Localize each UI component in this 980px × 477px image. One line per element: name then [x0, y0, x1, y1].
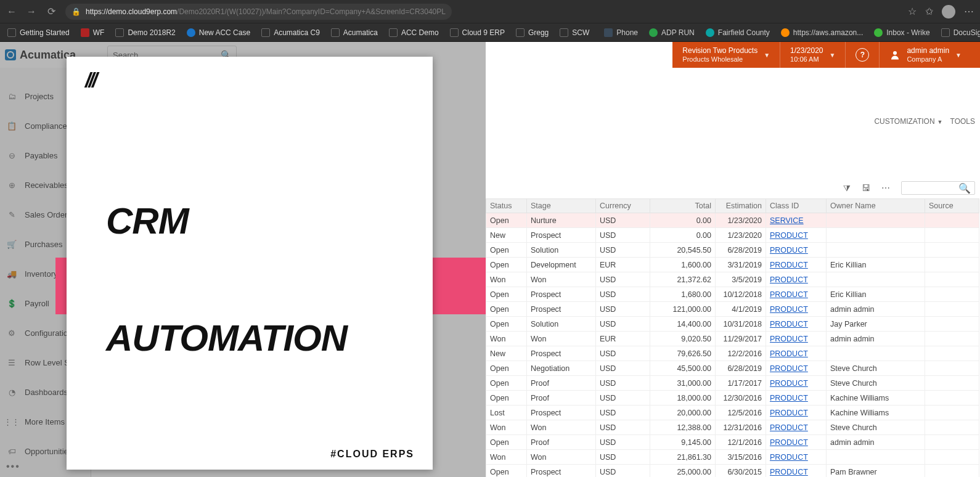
table-row[interactable]: OpenProofUSD18,000.0012/30/2016PRODUCTKa…: [486, 391, 979, 406]
user-menu[interactable]: admin adminCompany A ▼: [879, 42, 971, 68]
more-icon[interactable]: ⋯: [964, 6, 974, 17]
bookmark-item[interactable]: DocuSign: [937, 27, 980, 38]
class-id-link[interactable]: PRODUCT: [766, 450, 827, 465]
table-row[interactable]: OpenProspectUSD1,680.0010/12/2018PRODUCT…: [486, 287, 979, 302]
tenant-selector[interactable]: Revision Two ProductsProducts Wholesale …: [672, 42, 780, 68]
bookmark-item[interactable]: New ACC Case: [183, 27, 254, 38]
table-row[interactable]: OpenNegotiationUSD45,500.006/28/2019PROD…: [486, 361, 979, 376]
bookmark-item[interactable]: Cloud 9 ERP: [446, 27, 508, 38]
table-row[interactable]: OpenProofUSD31,000.001/17/2017PRODUCTSte…: [486, 376, 979, 391]
screen-toolbar: CUSTOMIZATION▼ TOOLS: [874, 112, 975, 131]
reload-button[interactable]: ⟳: [46, 6, 57, 17]
bookmark-item[interactable]: Acumatica: [327, 27, 382, 38]
app-shell: Acumatica 🔍 Revision Two ProductsProduct…: [0, 42, 980, 477]
dashboard-icon: ◔: [6, 386, 17, 398]
inventory-icon: 🚚: [6, 268, 17, 279]
bookmark-item[interactable]: ACC Demo: [385, 27, 443, 38]
class-id-link[interactable]: SERVICE: [766, 213, 827, 228]
class-id-link[interactable]: PRODUCT: [766, 302, 827, 317]
grid-toolbar: ⧩ 🖫 ⋯ 🔍: [843, 177, 975, 198]
url-bar[interactable]: 🔒 https://demo.cloud9erp.com/Demo2020R1/…: [65, 4, 452, 20]
table-row[interactable]: OpenProofUSD9,145.0012/1/2016PRODUCTadmi…: [486, 435, 979, 450]
grid-more-icon[interactable]: ⋯: [881, 183, 890, 193]
purchases-icon: 🛒: [6, 238, 17, 250]
more-icon: ⋮⋮: [6, 416, 17, 427]
class-id-link[interactable]: PRODUCT: [766, 228, 827, 243]
grid-search[interactable]: 🔍: [901, 181, 975, 195]
bookmarks-bar: Getting Started WF Demo 2018R2 New ACC C…: [0, 23, 980, 42]
compliance-icon: 📋: [6, 120, 17, 131]
class-id-link[interactable]: PRODUCT: [766, 361, 827, 376]
favorites-icon[interactable]: ✩: [925, 6, 933, 17]
help-button[interactable]: ?: [845, 42, 879, 68]
table-row[interactable]: OpenProspectUSD25,000.006/30/2015PRODUCT…: [486, 465, 979, 478]
class-id-link[interactable]: PRODUCT: [766, 317, 827, 332]
class-id-link[interactable]: PRODUCT: [766, 243, 827, 258]
table-row[interactable]: OpenSolutionUSD14,400.0010/31/2018PRODUC…: [486, 317, 979, 332]
class-id-link[interactable]: PRODUCT: [766, 287, 827, 302]
table-row[interactable]: OpenProspectUSD121,000.004/1/2019PRODUCT…: [486, 302, 979, 317]
url-text: https://demo.cloud9erp.com/Demo2020R1/(W…: [86, 7, 446, 16]
context-header: Revision Two ProductsProducts Wholesale …: [672, 42, 980, 68]
payroll-icon: 💲: [6, 298, 17, 309]
forward-button[interactable]: →: [26, 6, 37, 17]
payables-icon: ⊖: [6, 150, 17, 161]
sidebar-ellipsis-button[interactable]: •••: [6, 461, 20, 472]
customization-menu[interactable]: CUSTOMIZATION▼: [874, 117, 942, 126]
opportunities-grid[interactable]: Status Stage Currency Total Estimation C…: [486, 198, 979, 477]
slide-logo: ///: [85, 68, 95, 92]
chevron-down-icon: ▼: [829, 52, 835, 59]
bookmark-item[interactable]: Getting Started: [4, 27, 73, 38]
bookmark-item[interactable]: Acumatica C9: [258, 27, 324, 38]
table-row[interactable]: OpenDevelopmentEUR1,600.003/31/2019PRODU…: [486, 258, 979, 272]
bookmark-item[interactable]: WF: [77, 27, 108, 38]
browser-chrome: ← → ⟳ 🔒 https://demo.cloud9erp.com/Demo2…: [0, 0, 980, 23]
class-id-link[interactable]: PRODUCT: [766, 332, 827, 346]
bookmark-item[interactable]: SCW: [556, 27, 593, 38]
bookmark-item[interactable]: ADP RUN: [645, 27, 698, 38]
table-row[interactable]: LostProspectUSD20,000.0012/5/2016PRODUCT…: [486, 406, 979, 420]
table-row[interactable]: WonWonUSD12,388.0012/31/2016PRODUCTSteve…: [486, 420, 979, 435]
config-icon: ⚙: [6, 327, 17, 338]
bookmark-item[interactable]: Inbox - Wrike: [870, 27, 933, 38]
help-icon: ?: [855, 48, 869, 62]
class-id-link[interactable]: PRODUCT: [766, 376, 827, 391]
bookmark-item[interactable]: Phone: [600, 27, 642, 38]
sales-icon: ✎: [6, 209, 17, 220]
export-icon[interactable]: 🖫: [862, 183, 870, 193]
class-id-link[interactable]: PRODUCT: [766, 258, 827, 272]
bookmark-item[interactable]: Demo 2018R2: [112, 27, 179, 38]
class-id-link[interactable]: PRODUCT: [766, 391, 827, 406]
table-row[interactable]: OpenSolutionUSD20,545.506/28/2019PRODUCT: [486, 243, 979, 258]
class-id-link[interactable]: PRODUCT: [766, 465, 827, 478]
back-button[interactable]: ←: [6, 6, 17, 17]
table-row[interactable]: NewProspectUSD0.001/23/2020PRODUCT: [486, 228, 979, 243]
projects-icon: 🗂: [6, 91, 17, 102]
table-row[interactable]: OpenNurtureUSD0.001/23/2020SERVICE: [486, 213, 979, 228]
bookmark-item[interactable]: Fairfield County: [702, 27, 774, 38]
slide-overlay: /// CRM AUTOMATION #CLOUD ERPS: [67, 57, 433, 470]
search-icon: 🔍: [958, 182, 971, 194]
chevron-down-icon: ▼: [955, 52, 962, 59]
table-row[interactable]: WonWonUSD21,372.623/5/2019PRODUCT: [486, 272, 979, 287]
class-id-link[interactable]: PRODUCT: [766, 272, 827, 287]
class-id-link[interactable]: PRODUCT: [766, 420, 827, 435]
table-row[interactable]: WonWonUSD21,861.303/15/2016PRODUCT: [486, 450, 979, 465]
table-row[interactable]: WonWonEUR9,020.5011/29/2017PRODUCTadmin …: [486, 332, 979, 346]
grid-header-row[interactable]: Status Stage Currency Total Estimation C…: [486, 199, 979, 213]
star-icon[interactable]: ☆: [908, 6, 917, 17]
class-id-link[interactable]: PRODUCT: [766, 406, 827, 420]
filter-icon[interactable]: ⧩: [843, 183, 851, 194]
slide-hashtag: #CLOUD ERPS: [330, 449, 414, 460]
class-id-link[interactable]: PRODUCT: [766, 346, 827, 361]
table-row[interactable]: NewProspectUSD79,626.5012/2/2016PRODUCT: [486, 346, 979, 361]
bookmark-item[interactable]: https://aws.amazon...: [777, 27, 867, 38]
chevron-down-icon: ▼: [764, 52, 770, 59]
business-date[interactable]: 1/23/202010:06 AM ▼: [780, 42, 845, 68]
svg-point-3: [893, 51, 897, 55]
bookmark-item[interactable]: Gregg: [512, 27, 552, 38]
grid-area: ⧩ 🖫 ⋯ 🔍 Status Stage Currency Total Esti…: [486, 177, 980, 477]
class-id-link[interactable]: PRODUCT: [766, 435, 827, 450]
tools-menu[interactable]: TOOLS: [950, 117, 975, 126]
profile-avatar[interactable]: [942, 5, 955, 18]
